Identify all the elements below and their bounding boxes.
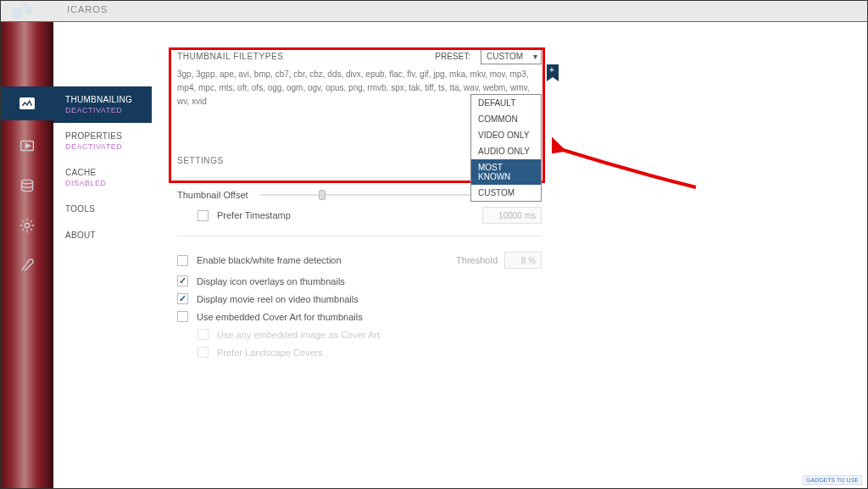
icon-overlays-label: Display icon overlays on thumbnails bbox=[197, 276, 345, 286]
sidebar-item-label: THUMBNAILING bbox=[65, 95, 142, 104]
frame-detection-label: Enable black/white frame detection bbox=[197, 255, 342, 265]
main-content: THUMBNAIL FILETYPES PRESET: CUSTOM ▾ DEF… bbox=[152, 22, 867, 488]
sidebar-item-label: TOOLS bbox=[65, 204, 142, 214]
any-image-checkbox bbox=[198, 329, 209, 340]
cover-art-checkbox[interactable] bbox=[177, 311, 188, 322]
threshold-label: Threshold bbox=[456, 255, 498, 265]
icon-overlays-checkbox[interactable] bbox=[177, 275, 188, 286]
movie-reel-checkbox[interactable] bbox=[177, 293, 188, 304]
sidebar-item-label: CACHE bbox=[65, 168, 142, 177]
preset-label: PRESET: bbox=[435, 52, 470, 61]
sidebar-item-status: DISABLED bbox=[65, 179, 142, 187]
prefer-timestamp-label: Prefer Timestamp bbox=[217, 210, 291, 220]
movie-reel-label: Display movie reel on video thumbnails bbox=[197, 294, 359, 304]
prefer-timestamp-checkbox[interactable] bbox=[198, 210, 209, 221]
sidebar-item-cache[interactable]: CACHE DISABLED bbox=[53, 159, 152, 196]
about-icon[interactable] bbox=[1, 248, 53, 282]
timestamp-input[interactable]: 10000 ms bbox=[482, 207, 542, 224]
preset-select[interactable]: CUSTOM ▾ bbox=[481, 47, 542, 64]
sidebar: THUMBNAILING DEACTIVATED PROPERTIES DEAC… bbox=[53, 22, 152, 488]
preset-option-custom[interactable]: CUSTOM bbox=[471, 185, 541, 201]
svg-rect-0 bbox=[20, 98, 35, 109]
sidebar-item-about[interactable]: ABOUT bbox=[53, 222, 152, 248]
landscape-checkbox bbox=[198, 347, 209, 358]
frame-detection-checkbox[interactable] bbox=[177, 255, 188, 266]
tools-icon[interactable] bbox=[1, 208, 53, 242]
preset-option-video-only[interactable]: VIDEO ONLY bbox=[471, 127, 541, 143]
threshold-input[interactable]: 8 % bbox=[504, 252, 542, 269]
any-image-label: Use any embedded image as Cover Art bbox=[217, 330, 380, 340]
thumbnail-offset-slider[interactable] bbox=[260, 194, 496, 196]
preset-select-value: CUSTOM bbox=[487, 52, 523, 61]
chevron-down-icon: ▾ bbox=[533, 52, 537, 61]
sidebar-item-properties[interactable]: PROPERTIES DEACTIVATED bbox=[53, 123, 152, 159]
preset-option-audio-only[interactable]: AUDIO ONLY bbox=[471, 143, 541, 159]
cover-art-label: Use embedded Cover Art for thumbnails bbox=[197, 312, 363, 322]
svg-point-3 bbox=[22, 180, 33, 184]
svg-point-4 bbox=[25, 223, 30, 228]
watermark: GADGETS TO USE bbox=[803, 475, 862, 485]
landscape-label: Prefer Landscape Covers bbox=[217, 347, 323, 358]
preset-option-common[interactable]: COMMON bbox=[471, 111, 541, 127]
properties-icon[interactable] bbox=[1, 129, 53, 163]
thumbnail-offset-label: Thumbnail Offset bbox=[177, 190, 248, 200]
filetypes-header: THUMBNAIL FILETYPES bbox=[177, 52, 284, 61]
app-title: ICAROS bbox=[67, 4, 108, 14]
sidebar-item-label: ABOUT bbox=[65, 231, 142, 240]
sidebar-item-status: DEACTIVATED bbox=[65, 106, 142, 114]
preset-dropdown: DEFAULT COMMON VIDEO ONLY AUDIO ONLY MOS… bbox=[470, 94, 542, 202]
sidebar-item-status: DEACTIVATED bbox=[65, 142, 142, 151]
title-bar: ICAROS bbox=[1, 1, 867, 22]
sidebar-item-label: PROPERTIES bbox=[65, 131, 142, 141]
svg-marker-2 bbox=[25, 143, 31, 148]
sidebar-item-thumbnailing[interactable]: THUMBNAILING DEACTIVATED bbox=[53, 86, 152, 123]
preset-option-default[interactable]: DEFAULT bbox=[471, 95, 541, 111]
sidebar-item-tools[interactable]: TOOLS bbox=[53, 196, 152, 222]
app-logo-icon bbox=[9, 3, 35, 19]
cache-icon[interactable] bbox=[1, 169, 53, 203]
preset-option-most-known[interactable]: MOST KNOWN bbox=[471, 159, 541, 185]
bookmark-add-icon[interactable] bbox=[547, 64, 559, 81]
sidebar-rail bbox=[1, 22, 53, 488]
thumbnailing-icon[interactable] bbox=[1, 86, 53, 120]
